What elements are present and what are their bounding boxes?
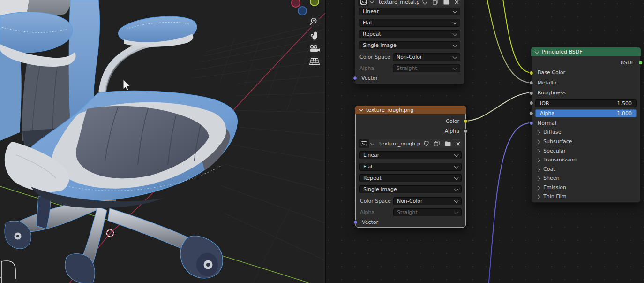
ior-socket[interactable] [529, 101, 533, 105]
color-output-row: Color [356, 118, 465, 125]
section-emission[interactable]: Emission [532, 184, 640, 191]
copy-icon[interactable] [432, 139, 442, 148]
node-title: Principled BSDF [542, 49, 583, 55]
vector-input-row: Vector [355, 75, 464, 82]
mouse-cursor [123, 80, 130, 91]
projection-dropdown[interactable]: Flat [359, 163, 462, 171]
gizmo-axis-x[interactable] [292, 0, 300, 7]
normal-socket[interactable] [529, 121, 533, 125]
vector-input-socket[interactable] [353, 220, 358, 224]
vector-input-row: Vector [356, 219, 465, 226]
vector-input-socket[interactable] [353, 76, 357, 80]
color-space-label: Color Space [359, 53, 390, 61]
extension-dropdown[interactable]: Repeat [359, 174, 462, 182]
color-output-socket[interactable] [464, 119, 468, 123]
section-coat[interactable]: Coat [532, 166, 640, 173]
chair-object[interactable] [0, 0, 237, 283]
section-sheen[interactable]: Sheen [532, 175, 640, 182]
gizmo-axis-y[interactable] [310, 0, 319, 6]
base-color-row: Base Color [532, 69, 640, 76]
alpha-label: Alpha [359, 64, 374, 72]
viewport-canvas [0, 0, 325, 283]
image-browse-dropdown[interactable] [369, 0, 374, 6]
ior-value-field[interactable]: IOR1.500 [535, 99, 637, 107]
normal-row: Normal [532, 120, 640, 127]
copy-icon[interactable] [430, 0, 441, 6]
base-color-socket[interactable] [529, 71, 533, 75]
image-datablock-row: texture_metal.png [358, 0, 461, 6]
grid-icon[interactable] [308, 55, 321, 68]
collapse-chevron-icon[interactable] [359, 107, 364, 112]
color-space-label: Color Space [360, 197, 391, 205]
bsdf-output-socket[interactable] [638, 61, 643, 65]
alpha-output-row: Alpha [356, 128, 465, 135]
image-datablock-row: texture_rough.png [359, 139, 463, 148]
gizmo-axis-z[interactable] [298, 7, 307, 15]
image-thumbnail-button[interactable] [358, 0, 368, 6]
unlink-x-icon[interactable] [453, 139, 463, 148]
section-specular[interactable]: Specular [532, 147, 640, 155]
source-dropdown[interactable]: Single Image [359, 185, 462, 193]
alpha-socket[interactable] [529, 111, 533, 115]
image-browse-dropdown[interactable] [369, 139, 375, 148]
alpha-dropdown[interactable]: Straight [393, 208, 462, 216]
alpha-output-socket[interactable] [464, 129, 468, 133]
zoom-icon[interactable] [308, 15, 321, 28]
node-header[interactable]: texture_rough.png [355, 106, 466, 114]
alpha-value-field[interactable]: Alpha1.000 [535, 109, 637, 117]
interpolation-dropdown[interactable]: Linear [359, 8, 460, 15]
section-subsurface[interactable]: Subsurface [532, 138, 640, 145]
shield-icon[interactable] [421, 139, 431, 148]
bsdf-output-row: BSDF [532, 59, 640, 67]
section-transmission[interactable]: Transmission [532, 156, 640, 164]
metallic-socket[interactable] [529, 81, 533, 85]
node-image-texture-rough[interactable]: texture_rough.png Color Alpha texture_ro… [355, 106, 466, 228]
unlink-x-icon[interactable] [452, 0, 461, 6]
section-thin-film[interactable]: Thin Film [532, 193, 640, 200]
projection-dropdown[interactable]: Flat [359, 19, 460, 27]
pan-icon[interactable] [309, 29, 321, 41]
roughness-row: Roughness [532, 89, 640, 97]
interpolation-dropdown[interactable]: Linear [359, 151, 462, 159]
lamp-outline[interactable] [0, 261, 15, 283]
blender-window: texture_metal.png Linear Flat Repeat Sin… [0, 0, 644, 283]
image-name-field[interactable]: texture_rough.png [375, 139, 420, 148]
source-dropdown[interactable]: Single Image [359, 41, 460, 49]
camera-icon[interactable] [308, 43, 321, 55]
node-header[interactable]: Principled BSDF [531, 47, 641, 56]
section-diffuse[interactable]: Diffuse [532, 129, 640, 136]
image-name-field[interactable]: texture_metal.png [375, 0, 419, 6]
metallic-row: Metallic [532, 79, 640, 87]
extension-dropdown[interactable]: Repeat [359, 30, 460, 38]
roughness-socket[interactable] [529, 91, 533, 95]
shield-icon[interactable] [419, 0, 430, 6]
node-title: texture_rough.png [366, 107, 414, 113]
node-principled-bsdf[interactable]: Principled BSDF BSDF Base Color Metallic… [531, 47, 641, 203]
color-space-dropdown[interactable]: Non-Color [393, 53, 460, 61]
node-image-texture-metal[interactable]: texture_metal.png Linear Flat Repeat Sin… [355, 0, 464, 84]
image-thumbnail-button[interactable] [359, 139, 369, 148]
folder-icon[interactable] [442, 139, 453, 148]
collapse-chevron-icon[interactable] [535, 49, 539, 54]
color-space-dropdown[interactable]: Non-Color [393, 197, 462, 205]
alpha-dropdown[interactable]: Straight [393, 64, 460, 72]
alpha-label: Alpha [360, 208, 374, 216]
viewport-3d[interactable] [0, 0, 325, 283]
folder-icon[interactable] [441, 0, 451, 6]
